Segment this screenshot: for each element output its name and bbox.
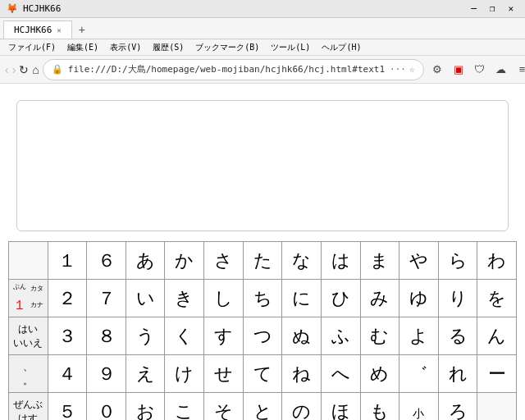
- menu-bookmarks[interactable]: ブックマーク(B): [190, 40, 264, 55]
- kb-key-3-4[interactable]: け: [165, 355, 204, 393]
- kb-key-2-12[interactable]: ん: [477, 317, 517, 355]
- kb-key-2-7[interactable]: ぬ: [282, 317, 322, 355]
- new-tab-btn[interactable]: +: [72, 21, 92, 39]
- address-bar[interactable]: 🔒 file:///D:/大島/homepage/web-mojiban/hcj…: [43, 59, 424, 80]
- kb-key-0-3[interactable]: あ: [126, 242, 165, 280]
- kb-key-0-11[interactable]: ら: [438, 242, 477, 280]
- kb-key-1-11[interactable]: り: [438, 280, 477, 317]
- kb-key-2-3[interactable]: う: [126, 317, 165, 355]
- kb-key-1-9[interactable]: み: [360, 280, 399, 317]
- kb-key-0-9[interactable]: ま: [360, 242, 399, 280]
- kb-key-2-4[interactable]: く: [165, 317, 204, 355]
- kb-key-0-4[interactable]: か: [165, 242, 204, 280]
- kb-key-3-5[interactable]: せ: [204, 355, 244, 393]
- kb-key-2-1[interactable]: ３: [48, 317, 87, 355]
- kb-key-4-10[interactable]: 小: [399, 393, 439, 421]
- kb-key-4-0[interactable]: ぜんぶけす: [9, 393, 48, 421]
- restore-btn[interactable]: ❐: [485, 3, 500, 14]
- kb-key-4-7[interactable]: の: [282, 393, 322, 421]
- kb-key-1-5[interactable]: し: [204, 280, 244, 317]
- home-btn[interactable]: ⌂: [32, 59, 39, 80]
- kb-key-3-11[interactable]: れ: [438, 355, 477, 393]
- kb-key-2-0[interactable]: はいいいえ: [9, 317, 48, 355]
- kana-keyboard: １６あかさたなはまやらわ ぶん カタ １ カナ ２７いきしちにひみゆりをはいいい…: [8, 241, 517, 420]
- text-display-box[interactable]: [16, 100, 509, 231]
- kb-key-0-5[interactable]: さ: [204, 242, 244, 280]
- menu-tools[interactable]: ツール(L): [266, 40, 315, 55]
- kb-key-3-8[interactable]: へ: [321, 355, 360, 393]
- kb-key-2-2[interactable]: ８: [87, 317, 126, 355]
- kb-key-3-7[interactable]: ね: [282, 355, 322, 393]
- menu-bar: ファイル(F) 編集(E) 表示(V) 履歴(S) ブックマーク(B) ツール(…: [0, 39, 525, 56]
- minimize-btn[interactable]: ─: [466, 3, 482, 14]
- kb-key-3-10[interactable]: ゛: [399, 355, 439, 393]
- extensions-btn[interactable]: ⚙: [427, 60, 447, 80]
- kb-key-1-10[interactable]: ゆ: [399, 280, 439, 317]
- kb-key-3-0[interactable]: 、。: [9, 355, 48, 393]
- kb-key-4-3[interactable]: お: [126, 393, 165, 421]
- kb-key-4-6[interactable]: と: [243, 393, 282, 421]
- kb-key-1-2[interactable]: ７: [87, 280, 126, 317]
- kb-key-3-6[interactable]: て: [243, 355, 282, 393]
- menu-help[interactable]: ヘルプ(H): [317, 40, 366, 55]
- browser-icon: 🦊: [7, 3, 18, 14]
- kb-key-3-2[interactable]: ９: [87, 355, 126, 393]
- keyboard-container: １６あかさたなはまやらわ ぶん カタ １ カナ ２７いきしちにひみゆりをはいいい…: [8, 241, 517, 420]
- pocket-btn[interactable]: ▣: [449, 60, 468, 80]
- toolbar-icons: ⚙ ▣ 🛡 ☁ ≡: [427, 60, 525, 80]
- kb-key-4-5[interactable]: そ: [204, 393, 244, 421]
- kb-key-2-11[interactable]: る: [438, 317, 477, 355]
- nav-bar: ‹ › ↻ ⌂ 🔒 file:///D:/大島/homepage/web-moj…: [0, 56, 525, 84]
- close-btn[interactable]: ✕: [503, 3, 518, 14]
- menu-file[interactable]: ファイル(F): [3, 40, 61, 55]
- menu-history[interactable]: 履歴(S): [148, 40, 189, 55]
- kb-key-0-0: [9, 242, 48, 280]
- kb-key-2-9[interactable]: む: [360, 317, 399, 355]
- tab-close-btn[interactable]: ✕: [57, 26, 61, 34]
- kb-key-4-2[interactable]: ０: [87, 393, 126, 421]
- kb-key-4-9[interactable]: も: [360, 393, 399, 421]
- kb-key-1-0[interactable]: ぶん カタ １ カナ: [9, 280, 48, 317]
- menu-view[interactable]: 表示(V): [105, 40, 146, 55]
- lock-icon: 🔒: [52, 64, 63, 75]
- sync-btn[interactable]: ☁: [491, 60, 511, 80]
- kb-key-4-4[interactable]: こ: [165, 393, 204, 421]
- kb-key-1-12[interactable]: を: [477, 280, 517, 317]
- kb-key-1-3[interactable]: い: [126, 280, 165, 317]
- kb-key-3-12[interactable]: ー: [477, 355, 517, 393]
- kb-key-0-6[interactable]: た: [243, 242, 282, 280]
- title-bar: 🦊 HCJHK66 ─ ❐ ✕: [0, 0, 525, 18]
- back-btn[interactable]: ‹: [5, 59, 9, 80]
- kb-key-1-1[interactable]: ２: [48, 280, 87, 317]
- forward-btn[interactable]: ›: [12, 59, 16, 80]
- kb-key-4-1[interactable]: ５: [48, 393, 87, 421]
- kb-key-0-2[interactable]: ６: [87, 242, 126, 280]
- kb-key-4-12: [477, 393, 517, 421]
- kb-key-4-11[interactable]: ろ: [438, 393, 477, 421]
- kb-key-0-7[interactable]: な: [282, 242, 322, 280]
- kb-key-3-9[interactable]: め: [360, 355, 399, 393]
- kb-key-0-1[interactable]: １: [48, 242, 87, 280]
- kb-key-2-8[interactable]: ふ: [321, 317, 360, 355]
- more-icon[interactable]: ···: [390, 64, 406, 75]
- kb-key-0-8[interactable]: は: [321, 242, 360, 280]
- kb-key-1-8[interactable]: ひ: [321, 280, 360, 317]
- kb-key-1-7[interactable]: に: [282, 280, 322, 317]
- kb-key-3-3[interactable]: え: [126, 355, 165, 393]
- shield-btn[interactable]: 🛡: [470, 60, 490, 80]
- kb-key-0-12[interactable]: わ: [477, 242, 517, 280]
- browser-tab[interactable]: HCJHK66 ✕: [3, 21, 72, 39]
- kb-key-4-8[interactable]: ほ: [321, 393, 360, 421]
- kb-key-2-10[interactable]: よ: [399, 317, 439, 355]
- refresh-btn[interactable]: ↻: [19, 59, 29, 80]
- kb-key-3-1[interactable]: ４: [48, 355, 87, 393]
- title-bar-left: 🦊 HCJHK66: [7, 3, 61, 14]
- kb-key-2-5[interactable]: す: [204, 317, 244, 355]
- bookmark-icon[interactable]: ☆: [409, 64, 415, 75]
- kb-key-0-10[interactable]: や: [399, 242, 439, 280]
- kb-key-1-6[interactable]: ち: [243, 280, 282, 317]
- menu-edit[interactable]: 編集(E): [62, 40, 103, 55]
- kb-key-1-4[interactable]: き: [165, 280, 204, 317]
- menu-btn[interactable]: ≡: [513, 60, 525, 80]
- kb-key-2-6[interactable]: つ: [243, 317, 282, 355]
